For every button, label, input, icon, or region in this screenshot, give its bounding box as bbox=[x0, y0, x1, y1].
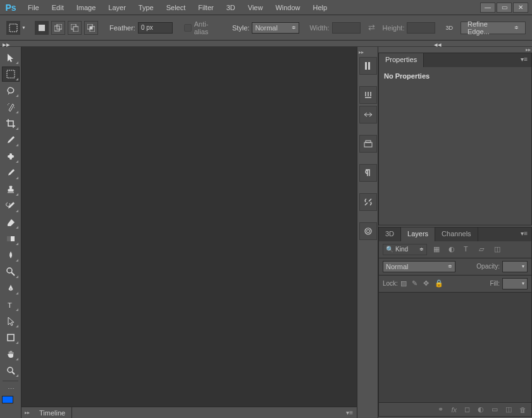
layers-panel-icon[interactable] bbox=[359, 135, 377, 153]
filter-pixel-icon[interactable]: ▦ bbox=[433, 245, 442, 254]
pen-tool[interactable] bbox=[2, 281, 20, 296]
menu-window[interactable]: Window bbox=[269, 1, 306, 14]
panels-collapse-icon[interactable]: ▸▸ bbox=[378, 47, 532, 53]
layer-group-icon[interactable]: ▭ bbox=[492, 405, 498, 414]
window-controls: — ▭ ✕ bbox=[480, 3, 532, 13]
menu-select[interactable]: Select bbox=[160, 1, 192, 14]
height-input[interactable] bbox=[407, 22, 435, 34]
style-select[interactable]: Normal≑ bbox=[252, 22, 299, 34]
svg-rect-9 bbox=[7, 70, 15, 78]
selection-new-button[interactable] bbox=[35, 21, 49, 35]
opacity-label: Opacity: bbox=[476, 263, 500, 270]
height-label: Height: bbox=[383, 24, 405, 32]
menu-layer[interactable]: Layer bbox=[102, 1, 132, 14]
hand-tool[interactable] bbox=[2, 346, 20, 362]
dodge-tool[interactable] bbox=[2, 264, 20, 279]
menu-help[interactable]: Help bbox=[307, 1, 334, 14]
stamp-tool[interactable] bbox=[2, 182, 20, 197]
foreground-color[interactable] bbox=[2, 396, 13, 403]
path-select-tool[interactable] bbox=[2, 314, 20, 329]
opacity-input[interactable]: ▾ bbox=[502, 261, 528, 272]
menu-filter[interactable]: Filter bbox=[192, 1, 220, 14]
eyedropper-tool[interactable] bbox=[2, 132, 20, 148]
timeline-tab[interactable]: Timeline bbox=[33, 407, 72, 419]
strip-collapse-icon[interactable]: ▸▸ bbox=[357, 49, 365, 55]
gradient-tool[interactable] bbox=[2, 231, 20, 246]
maximize-button[interactable]: ▭ bbox=[497, 3, 512, 13]
timeline-collapse-icon[interactable]: ▸▸ bbox=[22, 410, 33, 415]
fill-input[interactable]: ▾ bbox=[502, 278, 528, 289]
minimize-button[interactable]: — bbox=[480, 3, 495, 13]
healing-tool[interactable] bbox=[2, 149, 20, 164]
zoom-tool[interactable] bbox=[2, 363, 20, 378]
marquee-tool[interactable] bbox=[2, 66, 20, 82]
magic-wand-tool[interactable] bbox=[2, 99, 20, 115]
svg-rect-16 bbox=[8, 334, 14, 341]
delete-layer-icon[interactable]: 🗑 bbox=[519, 406, 526, 414]
tab-channels[interactable]: Channels bbox=[435, 227, 478, 241]
tools-panel-icon[interactable] bbox=[359, 193, 377, 211]
lock-transparent-icon[interactable]: ▨ bbox=[400, 279, 409, 288]
blend-mode-select[interactable]: Normal≑ bbox=[383, 261, 455, 272]
crop-tool[interactable] bbox=[2, 116, 20, 131]
lasso-tool[interactable] bbox=[2, 83, 20, 98]
shape-tool[interactable] bbox=[2, 330, 20, 345]
menu-3d[interactable]: 3D bbox=[220, 1, 242, 14]
menu-edit[interactable]: Edit bbox=[46, 1, 70, 14]
selection-subtract-button[interactable] bbox=[68, 21, 82, 35]
mid-collapse-icon[interactable]: ◂◂ bbox=[434, 41, 442, 46]
canvas-area[interactable]: ▸▸ Timeline ▾≡ bbox=[22, 47, 357, 418]
edit-toolbar-button[interactable]: ⋯ bbox=[2, 384, 20, 394]
filter-adjust-icon[interactable]: ◐ bbox=[448, 245, 457, 254]
move-tool[interactable] bbox=[2, 50, 20, 65]
type-tool[interactable]: T bbox=[2, 297, 20, 312]
svg-rect-1 bbox=[39, 25, 45, 31]
selection-intersect-button[interactable] bbox=[84, 21, 98, 35]
width-input[interactable] bbox=[332, 22, 361, 34]
menu-image[interactable]: Image bbox=[70, 1, 102, 14]
history-panel-icon[interactable] bbox=[359, 57, 377, 75]
selection-add-button[interactable] bbox=[51, 21, 65, 35]
current-tool-icon[interactable] bbox=[6, 21, 20, 35]
layer-fx-icon[interactable]: fx bbox=[451, 406, 457, 414]
brushes-panel-icon[interactable] bbox=[359, 86, 377, 104]
antialias-checkbox[interactable] bbox=[184, 24, 192, 32]
close-button[interactable]: ✕ bbox=[513, 3, 528, 13]
layers-filter-select[interactable]: 🔍 Kind ≑ bbox=[383, 244, 427, 255]
lock-pixels-icon[interactable]: ✎ bbox=[412, 279, 421, 288]
menu-view[interactable]: View bbox=[242, 1, 269, 14]
lock-position-icon[interactable]: ✥ bbox=[423, 279, 432, 288]
layers-list[interactable] bbox=[379, 293, 531, 402]
filter-type-icon[interactable]: T bbox=[464, 245, 473, 254]
layer-mask-icon[interactable]: ◻ bbox=[464, 405, 470, 414]
swatches-panel-icon[interactable] bbox=[359, 106, 377, 124]
menu-type[interactable]: Type bbox=[132, 1, 160, 14]
feather-input[interactable] bbox=[138, 22, 173, 34]
new-layer-icon[interactable]: ◫ bbox=[505, 405, 512, 414]
blur-tool[interactable] bbox=[2, 248, 20, 263]
timeline-menu-icon[interactable]: ▾≡ bbox=[342, 407, 357, 418]
eraser-tool[interactable] bbox=[2, 215, 20, 230]
toolbox: T ⋯ bbox=[0, 47, 22, 418]
menu-file[interactable]: File bbox=[22, 1, 46, 14]
filter-smart-icon[interactable]: ◫ bbox=[494, 245, 503, 254]
left-collapse-icon[interactable]: ▸▸ bbox=[3, 41, 10, 46]
tab-layers[interactable]: Layers bbox=[401, 227, 435, 241]
swap-wh-icon[interactable]: ⇄ bbox=[368, 23, 375, 32]
tool-preset-dropdown[interactable]: ▼ bbox=[22, 25, 26, 30]
filter-shape-icon[interactable]: ▱ bbox=[479, 245, 488, 254]
history-brush-tool[interactable] bbox=[2, 198, 20, 213]
refine-edge-button[interactable]: Refine Edge...≑ bbox=[461, 22, 526, 34]
cloud-panel-icon[interactable] bbox=[359, 222, 377, 240]
brush-tool[interactable] bbox=[2, 165, 20, 180]
tab-3d[interactable]: 3D bbox=[379, 227, 401, 241]
adjustment-layer-icon[interactable]: ◐ bbox=[478, 405, 484, 414]
properties-menu-icon[interactable]: ▾≡ bbox=[517, 53, 531, 67]
layers-menu-icon[interactable]: ▾≡ bbox=[517, 227, 531, 241]
properties-tab[interactable]: Properties bbox=[379, 53, 424, 67]
link-layers-icon[interactable]: ⚭ bbox=[438, 405, 443, 414]
svg-text:T: T bbox=[8, 301, 12, 309]
svg-rect-21 bbox=[366, 141, 371, 142]
lock-all-icon[interactable]: 🔒 bbox=[435, 279, 443, 288]
paragraph-panel-icon[interactable] bbox=[359, 164, 377, 182]
